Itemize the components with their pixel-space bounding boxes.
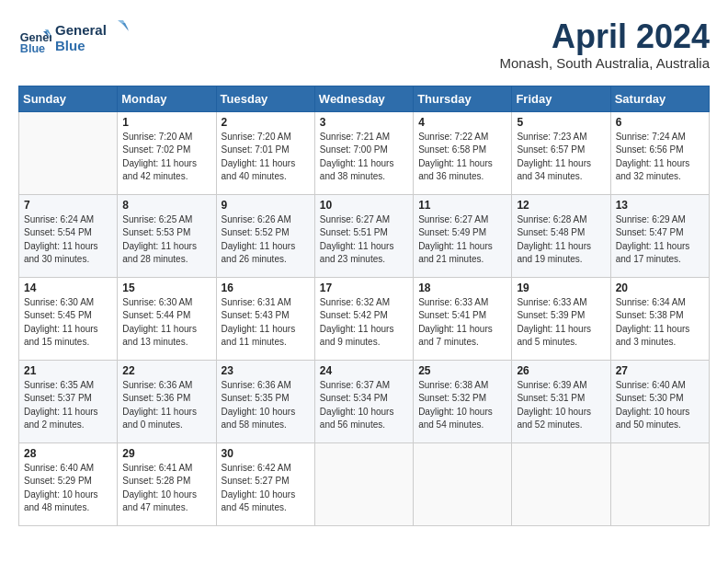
svg-text:General: General [55, 22, 107, 38]
day-number: 6 [616, 116, 704, 129]
day-number: 20 [616, 282, 704, 294]
calendar-cell: 4Sunrise: 7:22 AMSunset: 6:58 PMDaylight… [414, 111, 512, 194]
title-block: April 2024 Monash, South Australia, Aust… [500, 18, 710, 71]
calendar-cell: 7Sunrise: 6:24 AMSunset: 5:54 PMDaylight… [19, 194, 118, 277]
day-number: 5 [517, 116, 605, 129]
calendar-cell: 25Sunrise: 6:38 AMSunset: 5:32 PMDayligh… [414, 360, 512, 442]
day-info: Sunrise: 6:30 AMSunset: 5:44 PMDaylight:… [122, 296, 210, 350]
day-number: 26 [517, 364, 605, 377]
day-number: 16 [222, 282, 310, 294]
svg-text:Blue: Blue [20, 42, 45, 55]
calendar-cell: 22Sunrise: 6:36 AMSunset: 5:36 PMDayligh… [118, 360, 216, 442]
day-info: Sunrise: 7:23 AMSunset: 6:57 PMDaylight:… [517, 131, 605, 184]
day-number: 19 [517, 282, 605, 294]
day-number: 7 [24, 199, 112, 212]
day-header-wednesday: Wednesday [314, 86, 413, 111]
day-number: 10 [320, 199, 408, 212]
day-number: 13 [616, 199, 704, 212]
calendar-cell: 18Sunrise: 6:33 AMSunset: 5:41 PMDayligh… [414, 277, 512, 360]
day-number: 17 [320, 282, 408, 294]
calendar-cell: 30Sunrise: 6:42 AMSunset: 5:27 PMDayligh… [216, 442, 314, 525]
day-number: 2 [222, 116, 310, 129]
day-info: Sunrise: 6:25 AMSunset: 5:53 PMDaylight:… [122, 213, 210, 267]
day-info: Sunrise: 6:29 AMSunset: 5:47 PMDaylight:… [616, 213, 704, 267]
calendar-cell: 17Sunrise: 6:32 AMSunset: 5:42 PMDayligh… [314, 277, 413, 360]
calendar-cell: 28Sunrise: 6:40 AMSunset: 5:29 PMDayligh… [19, 442, 118, 525]
location-subtitle: Monash, South Australia, Australia [500, 55, 710, 71]
day-info: Sunrise: 6:34 AMSunset: 5:38 PMDaylight:… [616, 296, 704, 350]
logo: General Blue General Blue [18, 18, 129, 61]
calendar-cell [414, 442, 512, 525]
day-number: 4 [418, 116, 506, 129]
calendar-cell [314, 442, 413, 525]
calendar-cell: 21Sunrise: 6:35 AMSunset: 5:37 PMDayligh… [19, 360, 118, 442]
calendar-week-row: 1Sunrise: 7:20 AMSunset: 7:02 PMDaylight… [19, 111, 710, 194]
calendar-cell: 12Sunrise: 6:28 AMSunset: 5:48 PMDayligh… [512, 194, 610, 277]
day-number: 3 [320, 116, 408, 129]
calendar-cell: 27Sunrise: 6:40 AMSunset: 5:30 PMDayligh… [610, 360, 709, 442]
day-info: Sunrise: 6:27 AMSunset: 5:51 PMDaylight:… [320, 213, 408, 267]
day-info: Sunrise: 6:39 AMSunset: 5:31 PMDaylight:… [517, 379, 605, 432]
calendar-cell: 8Sunrise: 6:25 AMSunset: 5:53 PMDaylight… [118, 194, 216, 277]
day-number: 25 [418, 364, 506, 377]
day-info: Sunrise: 7:24 AMSunset: 6:56 PMDaylight:… [616, 131, 704, 184]
day-info: Sunrise: 7:22 AMSunset: 6:58 PMDaylight:… [418, 131, 506, 184]
day-header-friday: Friday [512, 86, 610, 111]
calendar-cell: 26Sunrise: 6:39 AMSunset: 5:31 PMDayligh… [512, 360, 610, 442]
calendar-cell: 13Sunrise: 6:29 AMSunset: 5:47 PMDayligh… [610, 194, 709, 277]
day-info: Sunrise: 6:33 AMSunset: 5:39 PMDaylight:… [517, 296, 605, 350]
day-number: 15 [122, 282, 210, 294]
day-info: Sunrise: 6:36 AMSunset: 5:36 PMDaylight:… [122, 379, 210, 432]
calendar-cell: 9Sunrise: 6:26 AMSunset: 5:52 PMDaylight… [216, 194, 314, 277]
day-number: 24 [320, 364, 408, 377]
page-header: General Blue General Blue April 2024 Mon… [18, 18, 710, 71]
svg-text:Blue: Blue [55, 38, 85, 53]
calendar-cell: 16Sunrise: 6:31 AMSunset: 5:43 PMDayligh… [216, 277, 314, 360]
day-number: 18 [418, 282, 506, 294]
day-info: Sunrise: 6:27 AMSunset: 5:49 PMDaylight:… [418, 213, 506, 267]
calendar-cell: 2Sunrise: 7:20 AMSunset: 7:01 PMDaylight… [216, 111, 314, 194]
calendar-table: SundayMondayTuesdayWednesdayThursdayFrid… [18, 86, 710, 526]
day-info: Sunrise: 7:20 AMSunset: 7:02 PMDaylight:… [122, 131, 210, 184]
calendar-cell: 29Sunrise: 6:41 AMSunset: 5:28 PMDayligh… [118, 442, 216, 525]
day-number: 12 [517, 199, 605, 212]
calendar-cell [610, 442, 709, 525]
day-number: 30 [222, 447, 310, 460]
calendar-week-row: 7Sunrise: 6:24 AMSunset: 5:54 PMDaylight… [19, 194, 710, 277]
day-info: Sunrise: 6:26 AMSunset: 5:52 PMDaylight:… [222, 213, 310, 267]
calendar-cell: 24Sunrise: 6:37 AMSunset: 5:34 PMDayligh… [314, 360, 413, 442]
day-info: Sunrise: 6:24 AMSunset: 5:54 PMDaylight:… [24, 213, 112, 267]
day-header-sunday: Sunday [19, 86, 118, 111]
calendar-cell: 23Sunrise: 6:36 AMSunset: 5:35 PMDayligh… [216, 360, 314, 442]
day-number: 11 [418, 199, 506, 212]
calendar-cell: 10Sunrise: 6:27 AMSunset: 5:51 PMDayligh… [314, 194, 413, 277]
day-info: Sunrise: 6:33 AMSunset: 5:41 PMDaylight:… [418, 296, 506, 350]
calendar-cell: 15Sunrise: 6:30 AMSunset: 5:44 PMDayligh… [118, 277, 216, 360]
day-info: Sunrise: 6:28 AMSunset: 5:48 PMDaylight:… [517, 213, 605, 267]
day-number: 21 [24, 364, 112, 377]
calendar-week-row: 14Sunrise: 6:30 AMSunset: 5:45 PMDayligh… [19, 277, 710, 360]
day-number: 22 [122, 364, 210, 377]
day-info: Sunrise: 6:35 AMSunset: 5:37 PMDaylight:… [24, 379, 112, 432]
day-number: 28 [24, 447, 112, 460]
day-info: Sunrise: 6:41 AMSunset: 5:28 PMDaylight:… [122, 462, 210, 515]
day-number: 14 [24, 282, 112, 294]
calendar-cell: 5Sunrise: 7:23 AMSunset: 6:57 PMDaylight… [512, 111, 610, 194]
month-year-title: April 2024 [500, 18, 710, 55]
day-number: 8 [122, 199, 210, 212]
day-info: Sunrise: 7:20 AMSunset: 7:01 PMDaylight:… [222, 131, 310, 184]
day-info: Sunrise: 6:42 AMSunset: 5:27 PMDaylight:… [222, 462, 310, 515]
day-info: Sunrise: 6:30 AMSunset: 5:45 PMDaylight:… [24, 296, 112, 350]
day-number: 23 [222, 364, 310, 377]
calendar-cell [512, 442, 610, 525]
day-info: Sunrise: 6:31 AMSunset: 5:43 PMDaylight:… [222, 296, 310, 350]
calendar-cell: 14Sunrise: 6:30 AMSunset: 5:45 PMDayligh… [19, 277, 118, 360]
day-number: 27 [616, 364, 704, 377]
day-header-monday: Monday [118, 86, 216, 111]
calendar-week-row: 21Sunrise: 6:35 AMSunset: 5:37 PMDayligh… [19, 360, 710, 442]
day-number: 9 [222, 199, 310, 212]
day-number: 1 [122, 116, 210, 129]
calendar-header-row: SundayMondayTuesdayWednesdayThursdayFrid… [19, 86, 710, 111]
calendar-week-row: 28Sunrise: 6:40 AMSunset: 5:29 PMDayligh… [19, 442, 710, 525]
day-info: Sunrise: 6:40 AMSunset: 5:30 PMDaylight:… [616, 379, 704, 432]
